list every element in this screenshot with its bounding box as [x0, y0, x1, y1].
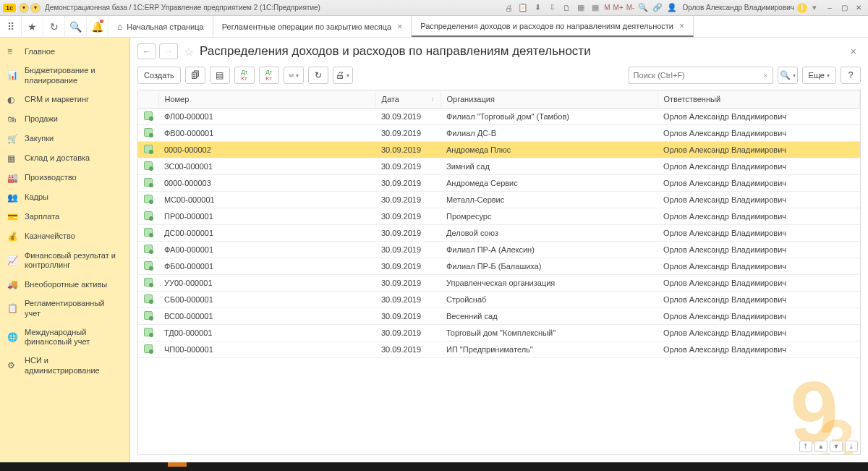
row-responsible: Орлов Александр Владимирович: [658, 292, 860, 308]
star-icon[interactable]: ☆: [184, 45, 194, 59]
table-row[interactable]: МС00-00000130.09.2019Металл-СервисОрлов …: [138, 192, 860, 208]
search-input[interactable]: [629, 67, 759, 84]
table-row[interactable]: ФЛ00-00000130.09.2019Филиал "Торговый до…: [138, 109, 860, 125]
col-status[interactable]: [138, 90, 158, 109]
tab-closing-ops[interactable]: Регламентные операции по закрытию месяца…: [213, 16, 412, 37]
search-clear-button[interactable]: ×: [759, 67, 773, 84]
apps-icon[interactable]: ⠿: [0, 16, 22, 37]
dropdown-icon[interactable]: ▾: [19, 3, 29, 13]
table-row[interactable]: ТД00-00000130.09.2019Торговый дом "Компл…: [138, 325, 860, 341]
table-row[interactable]: ФА00-00000130.09.2019Филиал ПР-А (Алекси…: [138, 242, 860, 258]
table-row[interactable]: ФБ00-00000130.09.2019Филиал ПР-Б (Балаши…: [138, 258, 860, 275]
memory-m[interactable]: M: [604, 4, 610, 12]
col-responsible[interactable]: Ответственный: [658, 90, 860, 109]
sidebar-item-4[interactable]: 🛒Закупки: [0, 130, 129, 149]
sidebar-item-13[interactable]: 🌐Международный финансовый учет: [0, 323, 129, 352]
tab-label: Распределения доходов и расходов по напр…: [420, 22, 673, 30]
structure-button[interactable]: ⎃▾: [284, 67, 304, 84]
calendar-icon[interactable]: ▦: [590, 2, 601, 14]
sidebar-label: Казначейство: [25, 232, 75, 242]
table-row[interactable]: ЧП00-00000130.09.2019ИП "Предприниматель…: [138, 341, 860, 358]
sidebar-icon: ≡: [7, 46, 19, 57]
sidebar-item-1[interactable]: 📊Бюджетирование и планирование: [0, 61, 129, 90]
favorite-icon[interactable]: ★: [22, 16, 43, 37]
table-row[interactable]: 0000-00000230.09.2019Андромеда ПлюсОрлов…: [138, 142, 860, 158]
minimize-button[interactable]: –: [823, 1, 836, 14]
clipboard-icon[interactable]: 📋: [517, 2, 529, 14]
table-row[interactable]: ДС00-00000130.09.2019Деловой союзОрлов А…: [138, 225, 860, 242]
link-icon[interactable]: 🔗: [652, 2, 663, 14]
document-icon[interactable]: 🗋: [561, 2, 572, 14]
table-row[interactable]: ВС00-00000130.09.2019Весенний садОрлов А…: [138, 308, 860, 325]
sidebar-item-10[interactable]: 📈Финансовый результат и контроллинг: [0, 247, 129, 276]
maximize-button[interactable]: ▢: [838, 1, 851, 14]
row-date: 30.09.2019: [375, 158, 441, 175]
dt-kt-button[interactable]: ДтКт: [234, 67, 255, 84]
close-page-button[interactable]: ×: [846, 44, 861, 59]
print-icon[interactable]: 🖨: [503, 2, 514, 14]
grid-icon[interactable]: ▦: [575, 2, 587, 14]
sidebar-item-0[interactable]: ≡Главное: [0, 42, 129, 61]
current-user[interactable]: Орлов Александр Владимирович: [682, 4, 794, 12]
global-search-icon[interactable]: 🔍: [65, 16, 87, 37]
dropdown-icon-2[interactable]: ▾: [30, 3, 41, 13]
memory-mplus[interactable]: M+: [613, 4, 624, 12]
table-row[interactable]: 0000-00000330.09.2019Андромеда СервисОрл…: [138, 175, 860, 192]
scroll-top-button[interactable]: ⤒: [799, 441, 812, 452]
sidebar-item-2[interactable]: ◐CRM и маркетинг: [0, 90, 129, 110]
list-button[interactable]: ▤: [210, 67, 230, 84]
sidebar-item-7[interactable]: 👥Кадры: [0, 188, 129, 208]
documents-table: Номер Дата↓ Организация Ответственный ФЛ…: [138, 90, 860, 358]
notifications-icon[interactable]: 🔔: [87, 16, 109, 37]
row-org: Весенний сад: [441, 308, 658, 325]
col-number[interactable]: Номер: [158, 90, 375, 109]
close-icon[interactable]: ×: [679, 21, 684, 31]
scroll-down-button[interactable]: ▼: [830, 441, 843, 452]
table-row[interactable]: СБ00-00000130.09.2019СтройснабОрлов Алек…: [138, 292, 860, 308]
dt-kt-2-button[interactable]: ДтКт: [259, 67, 279, 84]
row-responsible: Орлов Александр Владимирович: [658, 158, 860, 175]
scroll-up-button[interactable]: ▲: [814, 441, 827, 452]
table-row[interactable]: ЗС00-00000130.09.2019Зимний садОрлов Але…: [138, 158, 860, 175]
table-row[interactable]: УУ00-00000130.09.2019Управленческая орга…: [138, 275, 860, 292]
close-window-button[interactable]: ✕: [852, 1, 865, 14]
forward-button[interactable]: →: [159, 43, 178, 59]
col-org[interactable]: Организация: [441, 90, 658, 109]
scroll-bottom-button[interactable]: ⤓: [845, 441, 858, 452]
sidebar-item-12[interactable]: 📋Регламентированный учет: [0, 294, 129, 323]
tab-distributions[interactable]: Распределения доходов и расходов по напр…: [412, 16, 694, 37]
table-row[interactable]: ПР00-00000130.09.2019ПромресурсОрлов Але…: [138, 208, 860, 225]
sidebar-item-5[interactable]: ▦Склад и доставка: [0, 149, 129, 169]
tab-home[interactable]: ⌂ Начальная страница: [109, 16, 213, 37]
table-row[interactable]: ФВ00-00000130.09.2019Филиал ДС-ВОрлов Ал…: [138, 125, 860, 142]
info-icon[interactable]: i: [797, 3, 807, 13]
save-icon[interactable]: ⬇: [532, 2, 543, 14]
sidebar-item-14[interactable]: ⚙НСИ и администрирование: [0, 352, 129, 381]
sidebar-label: НСИ и администрирование: [25, 356, 122, 376]
zoom-icon[interactable]: 🔍: [637, 2, 649, 14]
create-button[interactable]: Создать: [137, 67, 181, 84]
row-number: ТД00-000001: [158, 325, 375, 341]
advanced-search-button[interactable]: 🔍▾: [778, 67, 798, 84]
row-org: Торговый дом "Комплексный": [441, 325, 658, 341]
info-dropdown-icon[interactable]: ▾: [809, 2, 820, 14]
row-org: Филиал "Торговый дом" (Тамбов): [441, 109, 658, 125]
download-icon[interactable]: ⇩: [546, 2, 558, 14]
col-date[interactable]: Дата↓: [375, 90, 441, 109]
sidebar-item-8[interactable]: 💳Зарплата: [0, 208, 129, 227]
memory-mminus[interactable]: M-: [626, 4, 635, 12]
sidebar-item-3[interactable]: 🛍Продажи: [0, 110, 129, 130]
close-icon[interactable]: ×: [397, 22, 402, 32]
help-button[interactable]: ?: [841, 67, 861, 84]
back-button[interactable]: ←: [137, 43, 156, 59]
copy-button[interactable]: 🗐: [185, 67, 205, 84]
sidebar-item-6[interactable]: 🏭Производство: [0, 169, 129, 188]
sidebar-icon: ⚙: [7, 360, 19, 371]
refresh-button[interactable]: ↻: [308, 67, 328, 84]
print-button[interactable]: 🖨▾: [333, 67, 353, 84]
sidebar-item-9[interactable]: 💰Казначейство: [0, 227, 129, 247]
sidebar-item-11[interactable]: 🚚Внеоборотные активы: [0, 275, 129, 294]
more-button[interactable]: Еще▾: [802, 67, 836, 84]
row-status-icon: [138, 225, 158, 242]
history-icon[interactable]: ↻: [43, 16, 65, 37]
